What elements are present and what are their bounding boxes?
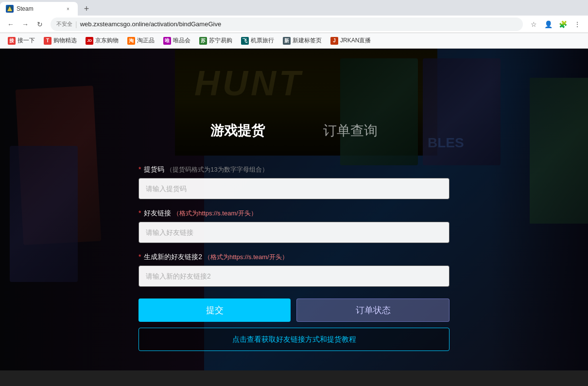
- pickup-code-label-prefix: 提货码: [144, 165, 164, 173]
- friend-link-hint: （格式为https://s.team/开头）: [173, 210, 257, 217]
- menu-button[interactable]: ⋮: [571, 18, 584, 31]
- nav-order-query[interactable]: 订单查询: [313, 117, 387, 145]
- game-navigation: 游戏提货 订单查询: [124, 117, 464, 145]
- profile-button[interactable]: 👤: [541, 18, 555, 31]
- bookmark-jieshouyixia[interactable]: 接 接一下: [4, 35, 39, 47]
- form-group-friend-link: * 好友链接 （格式为https://s.team/开头）: [138, 209, 450, 243]
- bookmarks-bar: 接 接一下 T 购物精选 JD 京东购物 淘 淘正品 唯 唯品会 苏 苏宁易购 …: [0, 33, 588, 49]
- bookmark-jd-label: 京东购物: [95, 36, 119, 45]
- bookmark-flight-label: 机票旅行: [251, 36, 274, 45]
- address-bar: ← → ↻ 不安全 | web.zxsteamcsgo.online/activ…: [0, 16, 588, 33]
- url-bar[interactable]: 不安全 | web.zxsteamcsgo.online/activation/…: [51, 18, 523, 31]
- new-friend-link-label: * 生成新的好友链接2 （格式为https://s.team/开头）: [138, 253, 450, 262]
- new-friend-link-input[interactable]: [138, 265, 450, 287]
- forward-button[interactable]: →: [18, 18, 32, 31]
- bookmark-jieshouyixia-icon: 接: [8, 37, 16, 45]
- bookmark-jd[interactable]: JD 京东购物: [82, 35, 122, 47]
- bookmark-newtab[interactable]: 新 新建标签页: [279, 35, 326, 47]
- bookmark-vip[interactable]: 唯 唯品会: [159, 35, 194, 47]
- bookmark-gouwujingxuan[interactable]: T 购物精选: [40, 35, 81, 47]
- friend-link-input[interactable]: [138, 222, 450, 243]
- bookmark-taobao[interactable]: 淘 淘正品: [123, 35, 158, 47]
- extensions-button[interactable]: 🧩: [556, 18, 570, 31]
- bookmark-suning[interactable]: 苏 苏宁易购: [195, 35, 236, 47]
- bookmark-jrkan-label: JRKAN直播: [340, 36, 371, 45]
- pickup-code-label: * 提货码 （提货码格式为13为数字字母组合）: [138, 165, 450, 174]
- submit-button[interactable]: 提交: [138, 298, 291, 322]
- bookmark-flight-icon: 飞: [241, 37, 249, 45]
- security-warning: 不安全: [56, 20, 72, 28]
- bookmark-gouwujingxuan-icon: T: [44, 37, 52, 45]
- new-friend-link-label-prefix: 生成新的好友链接2: [144, 253, 202, 261]
- active-tab[interactable]: Steam ×: [0, 2, 78, 16]
- friend-link-label: * 好友链接 （格式为https://s.team/开头）: [138, 209, 450, 218]
- pickup-code-input[interactable]: [138, 178, 450, 199]
- bookmark-taobao-label: 淘正品: [137, 36, 155, 45]
- new-tab-button[interactable]: +: [80, 2, 93, 16]
- bookmark-newtab-label: 新建标签页: [293, 36, 322, 45]
- tutorial-button[interactable]: 点击查看获取好友链接方式和提货教程: [138, 328, 450, 351]
- browser-chrome: Steam × + ← → ↻ 不安全 | web.zxsteamcsgo.on…: [0, 0, 588, 49]
- tab-title: Steam: [17, 5, 61, 12]
- form-container: * 提货码 （提货码格式为13为数字字母组合） * 好友链接 （格式为https…: [138, 165, 450, 351]
- new-friend-link-hint: （格式为https://s.team/开头）: [204, 253, 288, 261]
- bookmark-gouwujingxuan-label: 购物精选: [53, 36, 77, 45]
- nav-game-pickup[interactable]: 游戏提货: [201, 117, 275, 145]
- bookmark-suning-label: 苏宁易购: [209, 36, 232, 45]
- form-group-new-friend-link: * 生成新的好友链接2 （格式为https://s.team/开头）: [138, 253, 450, 287]
- pickup-code-hint: （提货码格式为13为数字字母组合）: [166, 166, 268, 173]
- bookmarks-button[interactable]: ☆: [527, 18, 540, 31]
- nav-buttons: ← → ↻: [4, 18, 47, 31]
- friend-link-asterisk: *: [138, 209, 141, 217]
- tab-bar: Steam × +: [0, 0, 588, 16]
- bookmark-jrkan-icon: J: [330, 37, 338, 45]
- bookmark-newtab-icon: 新: [283, 37, 291, 45]
- bookmark-jieshouyixia-label: 接一下: [17, 36, 35, 45]
- button-row: 提交 订单状态: [138, 298, 450, 322]
- friend-link-label-prefix: 好友链接: [144, 209, 171, 217]
- bookmark-vip-icon: 唯: [163, 37, 171, 45]
- bookmark-jrkan[interactable]: J JRKAN直播: [327, 35, 375, 47]
- main-content: HUNT BLES 游戏提货 订单查询 * 提货码 （提货码格式为13为数字字母…: [0, 49, 588, 370]
- tab-favicon: [6, 5, 14, 13]
- pickup-code-asterisk: *: [138, 165, 141, 173]
- bookmark-suning-icon: 苏: [199, 37, 207, 45]
- browser-actions: ☆ 👤 🧩 ⋮: [527, 18, 584, 31]
- url-separator: |: [75, 20, 77, 28]
- back-button[interactable]: ←: [4, 18, 17, 31]
- bookmark-vip-label: 唯品会: [173, 36, 190, 45]
- bookmark-jd-icon: JD: [86, 37, 93, 45]
- reload-button[interactable]: ↻: [33, 18, 47, 31]
- bookmark-flight[interactable]: 飞 机票旅行: [237, 35, 278, 47]
- url-text: web.zxsteamcsgo.online/activation/bindGa…: [80, 20, 517, 28]
- tab-close-button[interactable]: ×: [64, 5, 72, 13]
- bookmark-taobao-icon: 淘: [127, 37, 135, 45]
- form-group-pickup-code: * 提货码 （提货码格式为13为数字字母组合）: [138, 165, 450, 199]
- order-status-button[interactable]: 订单状态: [296, 298, 450, 322]
- new-friend-link-asterisk: *: [138, 253, 141, 261]
